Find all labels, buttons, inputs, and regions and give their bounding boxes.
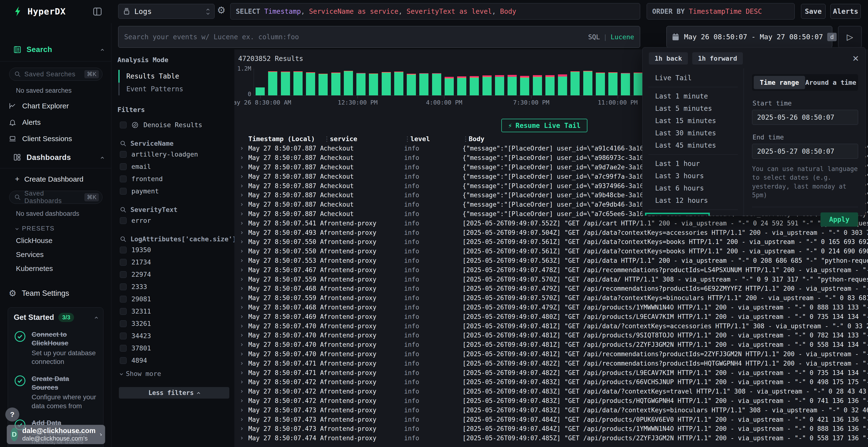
histogram-bar[interactable] (367, 69, 380, 95)
presets-toggle[interactable]: PRESETS (16, 225, 111, 232)
row-expand-chevron-icon[interactable] (235, 278, 248, 280)
table-row[interactable]: May 27 8:50:07.550 AM frontend-proxy inf… (235, 247, 868, 256)
sidebar-item-dashboards[interactable]: Dashboards (0, 147, 111, 168)
row-expand-chevron-icon[interactable] (235, 400, 248, 402)
facet-value-row[interactable]: 21734 (117, 256, 229, 268)
facet-checkbox[interactable] (120, 320, 127, 327)
facet-value-row[interactable]: frontend (117, 173, 229, 185)
table-row[interactable]: May 27 8:50:07.470 AM frontend-proxy inf… (235, 331, 868, 340)
facet-value-row[interactable]: 19350 (117, 244, 229, 256)
row-expand-chevron-icon[interactable] (235, 287, 248, 289)
row-expand-chevron-icon[interactable] (235, 437, 248, 439)
time-range-option[interactable]: Last 6 hours (643, 182, 744, 194)
table-row[interactable]: May 27 8:50:07.474 AM frontend-proxy inf… (235, 434, 868, 443)
facet-value-row[interactable]: 34423 (117, 330, 229, 342)
histogram-bar[interactable] (544, 69, 556, 95)
table-row[interactable]: May 27 8:50:07.493 AM frontend-proxy inf… (235, 228, 868, 237)
time-range-option[interactable]: Last 15 minutes (643, 115, 744, 127)
facet-value-row[interactable]: error (117, 214, 229, 227)
histogram-bar[interactable] (430, 69, 443, 95)
table-row[interactable]: May 27 8:50:07.473 AM frontend-proxy inf… (235, 424, 868, 434)
facet-checkbox[interactable] (120, 357, 127, 364)
histogram-bar[interactable] (443, 69, 456, 95)
facet-checkbox[interactable] (120, 308, 127, 315)
table-row[interactable]: May 27 8:50:07.468 AM frontend-proxy inf… (235, 303, 868, 312)
table-row[interactable]: May 27 8:50:07.470 AM frontend-proxy inf… (235, 349, 868, 359)
facet-checkbox[interactable] (120, 333, 127, 339)
facet-checkbox[interactable] (120, 151, 127, 158)
tab-time-range[interactable]: Time range (754, 76, 805, 89)
row-expand-chevron-icon[interactable] (235, 176, 248, 177)
sidebar-item-search[interactable]: Search (0, 37, 111, 61)
table-row[interactable]: May 27 8:50:07.472 AM frontend-proxy inf… (235, 396, 868, 406)
table-row[interactable]: May 27 8:50:07.470 AM frontend-proxy inf… (235, 340, 868, 349)
facet-value-row[interactable]: 37801 (117, 342, 229, 354)
denoise-results-row[interactable]: Denoise Results (117, 119, 229, 131)
histogram-bar[interactable] (607, 69, 619, 95)
histogram-bar[interactable] (417, 69, 430, 95)
save-button[interactable]: Save (801, 4, 826, 19)
analysis-mode-option[interactable]: Results Table (118, 70, 229, 82)
row-expand-chevron-icon[interactable] (235, 204, 248, 205)
row-expand-chevron-icon[interactable] (235, 222, 248, 224)
less-filters-button[interactable]: Less filters (119, 387, 229, 399)
facet-value-row[interactable]: artillery-loadgen (117, 148, 229, 161)
histogram-bar[interactable] (493, 69, 506, 95)
time-range-option[interactable]: Last 12 hours (643, 194, 744, 207)
histogram-bar[interactable] (531, 69, 544, 95)
row-expand-chevron-icon[interactable] (235, 381, 248, 383)
preset-dashboard-item[interactable]: Kubernetes (0, 262, 111, 276)
time-range-option[interactable]: Last 5 minutes (643, 102, 744, 115)
time-range-option[interactable]: Last 1 minute (643, 90, 744, 102)
time-range-option[interactable]: Last 30 minutes (643, 127, 744, 139)
histogram-bar[interactable] (292, 69, 304, 95)
row-expand-chevron-icon[interactable] (235, 344, 248, 346)
row-expand-chevron-icon[interactable] (235, 269, 248, 271)
facet-checkbox[interactable] (120, 283, 127, 290)
histogram-bar[interactable] (481, 69, 493, 95)
lucene-mode-toggle[interactable]: Lucene (611, 33, 634, 41)
preset-dashboard-item[interactable]: ClickHouse (0, 234, 111, 248)
table-row[interactable]: May 27 8:50:07.471 AM frontend-proxy inf… (235, 358, 868, 368)
histogram-bar[interactable] (594, 69, 607, 95)
facet-value-row[interactable]: 22974 (117, 268, 229, 281)
histogram-bar[interactable] (342, 69, 355, 95)
sidebar-item-alerts[interactable]: Alerts (0, 114, 111, 131)
apply-button[interactable]: Apply (820, 212, 858, 227)
table-row[interactable]: May 27 8:50:07.472 AM frontend-proxy inf… (235, 377, 868, 387)
facet-checkbox[interactable] (120, 188, 127, 195)
facet-checkbox[interactable] (120, 217, 127, 224)
row-expand-chevron-icon[interactable] (235, 428, 248, 429)
row-expand-chevron-icon[interactable] (235, 185, 248, 187)
table-row[interactable]: May 27 8:50:07.467 AM frontend-proxy inf… (235, 265, 868, 275)
facet-value-row[interactable]: email (117, 161, 229, 173)
brand[interactable]: HyperDX (12, 6, 66, 17)
row-expand-chevron-icon[interactable] (235, 316, 248, 318)
histogram-bar[interactable] (317, 69, 329, 95)
histogram-bar[interactable] (506, 69, 518, 95)
row-expand-chevron-icon[interactable] (235, 325, 248, 327)
saved-dashboards-input[interactable]: Saved Dashboards ⌘K (9, 191, 102, 204)
facet-checkbox[interactable] (120, 247, 127, 253)
histogram-bar[interactable] (556, 69, 569, 95)
saved-searches-input[interactable]: Saved Searches ⌘K (9, 68, 102, 81)
tab-around-a-time[interactable]: Around a time (805, 76, 857, 89)
date-range-value[interactable]: May 26 08:50:07 - May 27 08:50:07 (684, 33, 823, 41)
histogram-bar[interactable] (304, 69, 317, 95)
shift-back-button[interactable]: 1h back (649, 52, 688, 65)
histogram-bar[interactable] (518, 69, 531, 95)
facet-checkbox[interactable] (120, 259, 127, 266)
table-row[interactable]: May 27 8:50:07.470 AM frontend-proxy inf… (235, 321, 868, 331)
source-settings-gear-icon[interactable]: ⚙ (217, 5, 226, 15)
select-query-input[interactable]: SELECT Timestamp, ServiceName as service… (230, 3, 640, 20)
sidebar-item-chart-explorer[interactable]: Chart Explorer (0, 98, 111, 114)
column-resize-handle[interactable]: ⋮ (323, 135, 327, 143)
table-row[interactable]: May 27 8:50:07.473 AM frontend-proxy inf… (235, 415, 868, 424)
table-row[interactable]: May 27 8:50:07.473 AM frontend-proxy inf… (235, 405, 868, 415)
table-row[interactable]: May 27 8:50:07.550 AM frontend-proxy inf… (235, 237, 868, 247)
histogram-bar[interactable] (355, 69, 367, 95)
sidebar-collapse-icon[interactable] (92, 6, 103, 17)
histogram-bar[interactable] (267, 69, 279, 95)
facet-value-row[interactable]: 29081 (117, 293, 229, 305)
row-expand-chevron-icon[interactable] (235, 306, 248, 308)
